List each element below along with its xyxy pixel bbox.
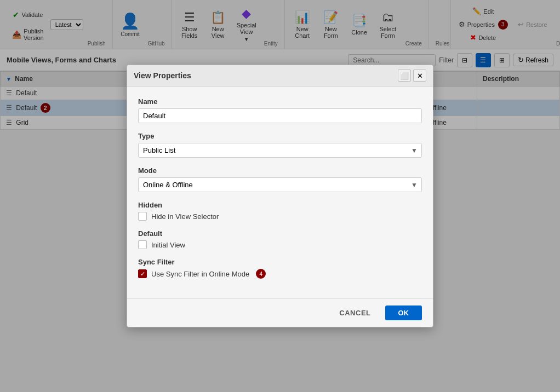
mode-select-wrapper: Online & Offline Online Only Offline Onl… xyxy=(138,177,422,192)
use-sync-checkbox[interactable] xyxy=(138,269,147,278)
type-select-wrapper: Public List Private Public View ▼ xyxy=(138,143,422,158)
sync-filter-group: Sync Filter Use Sync Filter in Online Mo… xyxy=(138,258,422,279)
default-label: Default xyxy=(138,229,422,238)
modal-footer: CANCEL OK xyxy=(127,298,433,327)
modal-overlay: View Properties ⬜ ✕ Name Type xyxy=(0,0,560,392)
hide-in-view-label: Hide in View Selector xyxy=(151,212,219,221)
default-field-group: Default Initial View xyxy=(138,229,422,249)
initial-view-row: Initial View xyxy=(138,240,422,249)
use-sync-row: Use Sync Filter in Online Mode 4 xyxy=(138,269,422,279)
type-select[interactable]: Public List Private Public View xyxy=(138,143,422,158)
name-label: Name xyxy=(138,97,422,106)
hide-in-view-checkbox[interactable] xyxy=(138,212,147,221)
mode-field-group: Mode Online & Offline Online Only Offlin… xyxy=(138,166,422,192)
name-input[interactable] xyxy=(138,108,422,123)
cancel-button[interactable]: CANCEL xyxy=(330,305,379,320)
hidden-field-group: Hidden Hide in View Selector xyxy=(138,201,422,221)
mode-select[interactable]: Online & Offline Online Only Offline Onl… xyxy=(138,177,422,192)
use-sync-label: Use Sync Filter in Online Mode xyxy=(151,270,249,278)
name-field-group: Name xyxy=(138,97,422,123)
close-button[interactable]: ✕ xyxy=(413,70,426,82)
ok-button[interactable]: OK xyxy=(385,305,422,320)
sync-filter-label: Sync Filter xyxy=(138,258,422,266)
modal-header: View Properties ⬜ ✕ xyxy=(127,65,433,87)
type-field-group: Type Public List Private Public View ▼ xyxy=(138,132,422,158)
type-label: Type xyxy=(138,132,422,140)
view-properties-modal: View Properties ⬜ ✕ Name Type xyxy=(127,65,433,327)
hidden-label: Hidden xyxy=(138,201,422,209)
maximize-icon: ⬜ xyxy=(400,72,409,80)
modal-controls: ⬜ ✕ xyxy=(398,70,426,82)
initial-view-label: Initial View xyxy=(151,241,185,249)
maximize-button[interactable]: ⬜ xyxy=(398,70,411,82)
initial-view-checkbox[interactable] xyxy=(138,240,147,249)
hide-in-view-row: Hide in View Selector xyxy=(138,212,422,221)
mode-label: Mode xyxy=(138,166,422,175)
close-icon: ✕ xyxy=(417,72,423,80)
modal-body: Name Type Public List Private Public Vie… xyxy=(127,87,433,293)
modal-title: View Properties xyxy=(134,71,191,80)
sync-badge: 4 xyxy=(256,269,266,279)
